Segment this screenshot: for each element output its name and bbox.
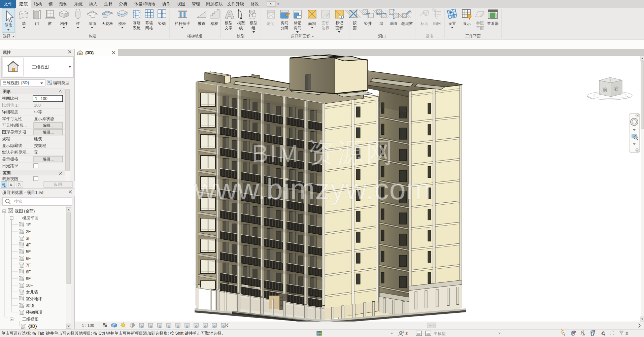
svg-text:9F: 9F — [26, 276, 31, 281]
svg-text:6F: 6F — [26, 256, 31, 261]
svg-text:1: 1 — [298, 16, 300, 19]
svg-text:...: ... — [23, 123, 27, 128]
svg-text:Z↓: Z↓ — [18, 183, 22, 187]
svg-text:2F: 2F — [26, 229, 31, 234]
svg-text::0: :0 — [625, 331, 628, 336]
svg-text:;: ; — [91, 331, 93, 336]
svg-text:▾: ▾ — [277, 2, 279, 6]
svg-text:10F: 10F — [26, 283, 33, 288]
svg-text:...: ... — [50, 157, 54, 161]
svg-text:7F: 7F — [26, 263, 31, 268]
svg-text:...: ... — [26, 150, 30, 155]
svg-text:1F: 1F — [26, 223, 31, 227]
svg-text:1.rvt: 1.rvt — [35, 190, 44, 195]
svg-text:): ) — [33, 209, 35, 213]
svg-text:BIM: BIM — [252, 140, 308, 167]
svg-text:{3D}: {3D} — [28, 324, 37, 329]
svg-text:...: ... — [50, 124, 54, 128]
svg-text:1:: 1: — [14, 103, 19, 108]
svg-text:-: - — [23, 190, 27, 195]
svg-text:: {3D}: : {3D} — [19, 80, 29, 85]
svg-text:1: 1 — [341, 15, 342, 19]
svg-text::0: :0 — [405, 331, 408, 336]
svg-text:Tab: Tab — [36, 331, 45, 336]
svg-text:Shift: Shift — [174, 331, 184, 336]
svg-text:-1: -1 — [421, 9, 424, 12]
svg-text:;: ; — [168, 331, 170, 336]
svg-text:...: ... — [50, 130, 54, 134]
svg-text:www.bimzyw.com: www.bimzyw.com — [194, 172, 431, 206]
svg-text:100: 100 — [34, 103, 41, 108]
svg-text:8F: 8F — [26, 270, 31, 274]
svg-text:4F: 4F — [26, 243, 31, 247]
svg-text:A↓: A↓ — [10, 183, 14, 187]
svg-text:5F: 5F — [26, 249, 31, 254]
svg-text:1 : 100: 1 : 100 — [82, 323, 94, 328]
svg-text:;: ; — [30, 331, 32, 336]
svg-text:3F: 3F — [26, 236, 31, 241]
svg-text:1 : 100: 1 : 100 — [35, 96, 47, 101]
svg-text:(: ( — [23, 209, 25, 213]
svg-text:{3D}: {3D} — [85, 50, 94, 55]
svg-text:Ctrl: Ctrl — [97, 331, 106, 336]
